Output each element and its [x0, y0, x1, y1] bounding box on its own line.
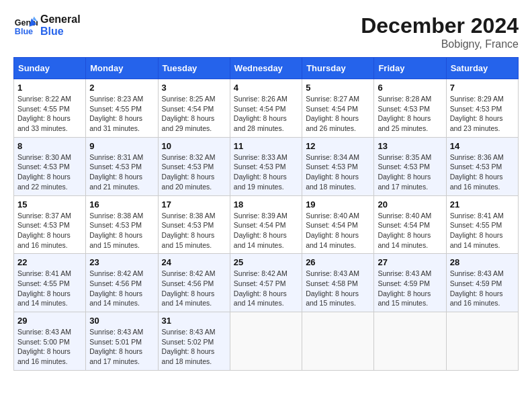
weekday-header-cell: Wednesday [230, 58, 302, 79]
day-number: 24 [162, 257, 226, 267]
calendar-day-cell: 9Sunrise: 8:31 AM Sunset: 4:53 PM Daylig… [86, 137, 158, 195]
logo: General Blue General Blue [13, 13, 81, 38]
day-info: Sunrise: 8:38 AM Sunset: 4:53 PM Dayligh… [162, 211, 226, 250]
calendar-day-cell: 3Sunrise: 8:25 AM Sunset: 4:54 PM Daylig… [158, 79, 230, 138]
day-info: Sunrise: 8:37 AM Sunset: 4:53 PM Dayligh… [17, 211, 82, 250]
day-number: 31 [162, 316, 226, 326]
calendar-day-cell [374, 312, 446, 371]
day-info: Sunrise: 8:26 AM Sunset: 4:54 PM Dayligh… [234, 94, 298, 134]
weekday-header-cell: Monday [86, 58, 158, 79]
day-info: Sunrise: 8:41 AM Sunset: 4:55 PM Dayligh… [450, 211, 515, 250]
logo-line2: Blue [40, 26, 81, 38]
day-number: 23 [89, 257, 154, 267]
day-info: Sunrise: 8:31 AM Sunset: 4:53 PM Dayligh… [89, 152, 154, 192]
day-info: Sunrise: 8:39 AM Sunset: 4:54 PM Dayligh… [234, 211, 298, 250]
calendar-day-cell: 4Sunrise: 8:26 AM Sunset: 4:54 PM Daylig… [230, 79, 302, 138]
calendar-day-cell: 31Sunrise: 8:43 AM Sunset: 5:02 PM Dayli… [158, 312, 230, 371]
day-number: 13 [378, 141, 442, 151]
weekday-header-cell: Thursday [302, 58, 374, 79]
day-info: Sunrise: 8:43 AM Sunset: 4:59 PM Dayligh… [378, 269, 442, 308]
day-info: Sunrise: 8:43 AM Sunset: 5:02 PM Dayligh… [162, 327, 226, 367]
day-info: Sunrise: 8:35 AM Sunset: 4:53 PM Dayligh… [378, 152, 442, 192]
day-info: Sunrise: 8:43 AM Sunset: 5:00 PM Dayligh… [17, 327, 82, 367]
calendar-day-cell: 19Sunrise: 8:40 AM Sunset: 4:54 PM Dayli… [302, 195, 374, 254]
calendar-week-row: 22Sunrise: 8:41 AM Sunset: 4:55 PM Dayli… [14, 254, 519, 312]
day-number: 26 [306, 257, 370, 267]
day-info: Sunrise: 8:36 AM Sunset: 4:53 PM Dayligh… [450, 152, 515, 192]
day-info: Sunrise: 8:43 AM Sunset: 4:59 PM Dayligh… [450, 269, 515, 308]
day-number: 16 [89, 199, 154, 210]
svg-text:Blue: Blue [15, 27, 33, 36]
calendar-table: SundayMondayTuesdayWednesdayThursdayFrid… [13, 57, 519, 371]
calendar-day-cell: 29Sunrise: 8:43 AM Sunset: 5:00 PM Dayli… [14, 312, 86, 371]
calendar-week-row: 8Sunrise: 8:30 AM Sunset: 4:53 PM Daylig… [14, 137, 519, 195]
weekday-header-cell: Tuesday [158, 58, 230, 79]
day-info: Sunrise: 8:27 AM Sunset: 4:54 PM Dayligh… [306, 94, 370, 134]
calendar-day-cell: 12Sunrise: 8:34 AM Sunset: 4:53 PM Dayli… [302, 137, 374, 195]
day-number: 10 [162, 141, 226, 151]
calendar-week-row: 29Sunrise: 8:43 AM Sunset: 5:00 PM Dayli… [14, 312, 519, 371]
day-info: Sunrise: 8:30 AM Sunset: 4:53 PM Dayligh… [17, 152, 82, 192]
calendar-day-cell: 30Sunrise: 8:43 AM Sunset: 5:01 PM Dayli… [86, 312, 158, 371]
day-number: 17 [162, 199, 226, 210]
day-number: 7 [450, 83, 515, 93]
day-info: Sunrise: 8:40 AM Sunset: 4:54 PM Dayligh… [378, 211, 442, 250]
day-number: 30 [89, 316, 154, 326]
day-number: 20 [378, 199, 442, 210]
day-info: Sunrise: 8:43 AM Sunset: 5:01 PM Dayligh… [89, 327, 154, 367]
calendar-day-cell: 16Sunrise: 8:38 AM Sunset: 4:53 PM Dayli… [86, 195, 158, 254]
day-info: Sunrise: 8:25 AM Sunset: 4:54 PM Dayligh… [162, 94, 226, 134]
day-number: 19 [306, 199, 370, 210]
day-info: Sunrise: 8:41 AM Sunset: 4:55 PM Dayligh… [17, 269, 82, 308]
day-number: 14 [450, 141, 515, 151]
weekday-header-cell: Saturday [446, 58, 518, 79]
calendar-week-row: 15Sunrise: 8:37 AM Sunset: 4:53 PM Dayli… [14, 195, 519, 254]
day-number: 25 [234, 257, 298, 267]
calendar-day-cell: 2Sunrise: 8:23 AM Sunset: 4:55 PM Daylig… [86, 79, 158, 138]
day-info: Sunrise: 8:42 AM Sunset: 4:57 PM Dayligh… [234, 269, 298, 308]
calendar-day-cell: 22Sunrise: 8:41 AM Sunset: 4:55 PM Dayli… [14, 254, 86, 312]
logo-icon: General Blue [13, 13, 38, 38]
day-number: 5 [306, 83, 370, 93]
weekday-header-cell: Sunday [14, 58, 86, 79]
calendar-day-cell: 20Sunrise: 8:40 AM Sunset: 4:54 PM Dayli… [374, 195, 446, 254]
day-number: 2 [89, 83, 154, 93]
location: Bobigny, France [361, 38, 519, 50]
calendar-day-cell [446, 312, 518, 371]
calendar-day-cell: 1Sunrise: 8:22 AM Sunset: 4:55 PM Daylig… [14, 79, 86, 138]
day-number: 15 [17, 199, 82, 210]
calendar-day-cell: 28Sunrise: 8:43 AM Sunset: 4:59 PM Dayli… [446, 254, 518, 312]
day-info: Sunrise: 8:28 AM Sunset: 4:53 PM Dayligh… [378, 94, 442, 134]
day-number: 21 [450, 199, 515, 210]
day-number: 27 [378, 257, 442, 267]
day-number: 9 [89, 141, 154, 151]
calendar-day-cell: 27Sunrise: 8:43 AM Sunset: 4:59 PM Dayli… [374, 254, 446, 312]
day-info: Sunrise: 8:42 AM Sunset: 4:56 PM Dayligh… [89, 269, 154, 308]
page-header: General Blue General Blue December 2024 … [13, 13, 519, 50]
calendar-day-cell: 6Sunrise: 8:28 AM Sunset: 4:53 PM Daylig… [374, 79, 446, 138]
calendar-day-cell: 14Sunrise: 8:36 AM Sunset: 4:53 PM Dayli… [446, 137, 518, 195]
title-area: December 2024 Bobigny, France [361, 13, 519, 50]
day-info: Sunrise: 8:29 AM Sunset: 4:53 PM Dayligh… [450, 94, 515, 134]
calendar-day-cell [302, 312, 374, 371]
day-number: 28 [450, 257, 515, 267]
calendar-day-cell: 15Sunrise: 8:37 AM Sunset: 4:53 PM Dayli… [14, 195, 86, 254]
day-info: Sunrise: 8:22 AM Sunset: 4:55 PM Dayligh… [17, 94, 82, 134]
day-number: 8 [17, 141, 82, 151]
calendar-day-cell: 10Sunrise: 8:32 AM Sunset: 4:53 PM Dayli… [158, 137, 230, 195]
day-info: Sunrise: 8:40 AM Sunset: 4:54 PM Dayligh… [306, 211, 370, 250]
calendar-day-cell: 13Sunrise: 8:35 AM Sunset: 4:53 PM Dayli… [374, 137, 446, 195]
calendar-day-cell: 23Sunrise: 8:42 AM Sunset: 4:56 PM Dayli… [86, 254, 158, 312]
day-info: Sunrise: 8:34 AM Sunset: 4:53 PM Dayligh… [306, 152, 370, 192]
day-number: 29 [17, 316, 82, 326]
day-number: 12 [306, 141, 370, 151]
calendar-day-cell: 17Sunrise: 8:38 AM Sunset: 4:53 PM Dayli… [158, 195, 230, 254]
day-info: Sunrise: 8:32 AM Sunset: 4:53 PM Dayligh… [162, 152, 226, 192]
calendar-day-cell: 11Sunrise: 8:33 AM Sunset: 4:53 PM Dayli… [230, 137, 302, 195]
day-number: 4 [234, 83, 298, 93]
day-info: Sunrise: 8:23 AM Sunset: 4:55 PM Dayligh… [89, 94, 154, 134]
calendar-day-cell: 8Sunrise: 8:30 AM Sunset: 4:53 PM Daylig… [14, 137, 86, 195]
calendar-body: 1Sunrise: 8:22 AM Sunset: 4:55 PM Daylig… [14, 79, 519, 371]
day-number: 22 [17, 257, 82, 267]
logo-line1: General [40, 13, 81, 26]
